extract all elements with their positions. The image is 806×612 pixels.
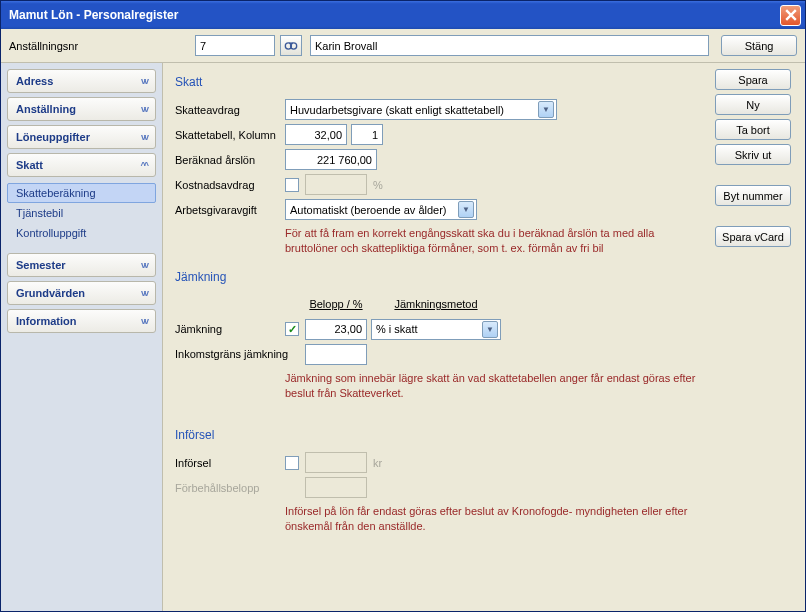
section-inforsel-title: Införsel bbox=[175, 428, 703, 442]
jamkningsmetod-value: % i skatt bbox=[376, 323, 418, 335]
skattetabell-label: Skattetabell, Kolumn bbox=[175, 129, 285, 141]
jamkning-label: Jämkning bbox=[175, 323, 285, 335]
close-button[interactable]: Stäng bbox=[721, 35, 797, 56]
jamkning-checkbox[interactable] bbox=[285, 322, 299, 336]
chevron-down-icon: vv bbox=[141, 76, 147, 86]
skattetabell-input[interactable] bbox=[285, 124, 347, 145]
arbetsgivaravgift-select[interactable]: Automatiskt (beroende av ålder) ▼ bbox=[285, 199, 477, 220]
print-button[interactable]: Skriv ut bbox=[715, 144, 791, 165]
inkomstgrans-label: Inkomstgräns jämkning bbox=[175, 348, 305, 360]
id-label: Anställningsnr bbox=[9, 40, 189, 52]
nav-label: Anställning bbox=[16, 103, 76, 115]
chevron-down-icon: vv bbox=[141, 288, 147, 298]
beraknad-arslon-input[interactable] bbox=[285, 149, 377, 170]
delete-button[interactable]: Ta bort bbox=[715, 119, 791, 140]
inforsel-label: Införsel bbox=[175, 457, 285, 469]
save-button[interactable]: Spara bbox=[715, 69, 791, 90]
nav-skatt-children: Skatteberäkning Tjänstebil Kontrolluppgi… bbox=[7, 181, 156, 249]
chevron-up-icon: ^^ bbox=[140, 160, 147, 170]
titlebar: Mamut Lön - Personalregister bbox=[1, 1, 805, 29]
forbehall-label: Förbehållsbelopp bbox=[175, 482, 285, 494]
new-button[interactable]: Ny bbox=[715, 94, 791, 115]
subnav-kontrolluppgift[interactable]: Kontrolluppgift bbox=[7, 223, 156, 243]
chevron-down-icon: vv bbox=[141, 104, 147, 114]
dropdown-icon: ▼ bbox=[538, 101, 554, 118]
lookup-button[interactable] bbox=[280, 35, 302, 56]
inforsel-checkbox[interactable] bbox=[285, 456, 299, 470]
employee-name-input[interactable] bbox=[310, 35, 709, 56]
forbehall-input bbox=[305, 477, 367, 498]
arbetsgivaravgift-label: Arbetsgivaravgift bbox=[175, 204, 285, 216]
sidebar: Adressvv Anställningvv Löneuppgiftervv S… bbox=[1, 63, 163, 611]
section-skatt-title: Skatt bbox=[175, 75, 703, 89]
subnav-skatteberakning[interactable]: Skatteberäkning bbox=[7, 183, 156, 203]
save-vcard-button[interactable]: Spara vCard bbox=[715, 226, 791, 247]
window-close-button[interactable] bbox=[780, 5, 801, 26]
col-metod: Jämkningsmetod bbox=[371, 298, 501, 310]
nav-label: Adress bbox=[16, 75, 53, 87]
nav-skatt[interactable]: Skatt^^ bbox=[7, 153, 156, 177]
inkomstgrans-input[interactable] bbox=[305, 344, 367, 365]
nav-label: Semester bbox=[16, 259, 66, 271]
arbetsgivaravgift-value: Automatiskt (beroende av ålder) bbox=[290, 204, 447, 216]
app-window: Mamut Lön - Personalregister Anställning… bbox=[0, 0, 806, 612]
body: Adressvv Anställningvv Löneuppgiftervv S… bbox=[1, 63, 805, 611]
nav-adress[interactable]: Adressvv bbox=[7, 69, 156, 93]
inforsel-input bbox=[305, 452, 367, 473]
skatt-info-text: För att få fram en korrekt engångsskatt … bbox=[285, 224, 703, 266]
kostnadsavdrag-label: Kostnadsavdrag bbox=[175, 179, 285, 191]
content-panel: Skatt Skatteavdrag Huvudarbetsgivare (sk… bbox=[163, 63, 715, 611]
dropdown-icon: ▼ bbox=[482, 321, 498, 338]
nav-loneuppgifter[interactable]: Löneuppgiftervv bbox=[7, 125, 156, 149]
employment-id-input[interactable] bbox=[195, 35, 275, 56]
chevron-down-icon: vv bbox=[141, 316, 147, 326]
kolumn-input[interactable] bbox=[351, 124, 383, 145]
skatteavdrag-select[interactable]: Huvudarbetsgivare (skatt enligt skatteta… bbox=[285, 99, 557, 120]
skatteavdrag-label: Skatteavdrag bbox=[175, 104, 285, 116]
jamkning-info-text: Jämkning som innebär lägre skatt än vad … bbox=[285, 369, 703, 411]
chevron-down-icon: vv bbox=[141, 260, 147, 270]
beraknad-label: Beräknad årslön bbox=[175, 154, 285, 166]
kostnadsavdrag-checkbox[interactable] bbox=[285, 178, 299, 192]
subnav-tjanstebil[interactable]: Tjänstebil bbox=[7, 203, 156, 223]
chevron-down-icon: vv bbox=[141, 132, 147, 142]
nav-label: Skatt bbox=[16, 159, 43, 171]
window-title: Mamut Lön - Personalregister bbox=[5, 8, 780, 22]
col-belopp: Belopp / % bbox=[305, 298, 367, 310]
nav-semester[interactable]: Semestervv bbox=[7, 253, 156, 277]
nav-anstallning[interactable]: Anställningvv bbox=[7, 97, 156, 121]
kostnadsavdrag-input bbox=[305, 174, 367, 195]
section-jamkning-title: Jämkning bbox=[175, 270, 703, 284]
close-icon bbox=[785, 9, 797, 21]
toolbar: Anställningsnr Stäng bbox=[1, 29, 805, 63]
svg-rect-2 bbox=[289, 42, 293, 44]
nav-label: Information bbox=[16, 315, 77, 327]
nav-label: Löneuppgifter bbox=[16, 131, 90, 143]
jamkning-belopp-input[interactable] bbox=[305, 319, 367, 340]
binoculars-icon bbox=[284, 39, 298, 53]
nav-grundvarden[interactable]: Grundvärdenvv bbox=[7, 281, 156, 305]
right-button-panel: Spara Ny Ta bort Skriv ut Byt nummer Spa… bbox=[715, 63, 805, 611]
percent-unit: % bbox=[373, 179, 383, 191]
change-number-button[interactable]: Byt nummer bbox=[715, 185, 791, 206]
jamkningsmetod-select[interactable]: % i skatt ▼ bbox=[371, 319, 501, 340]
dropdown-icon: ▼ bbox=[458, 201, 474, 218]
skatteavdrag-value: Huvudarbetsgivare (skatt enligt skatteta… bbox=[290, 104, 504, 116]
inforsel-info-text: Införsel på lön får endast göras efter b… bbox=[285, 502, 703, 544]
kr-unit: kr bbox=[373, 457, 382, 469]
nav-information[interactable]: Informationvv bbox=[7, 309, 156, 333]
nav-label: Grundvärden bbox=[16, 287, 85, 299]
